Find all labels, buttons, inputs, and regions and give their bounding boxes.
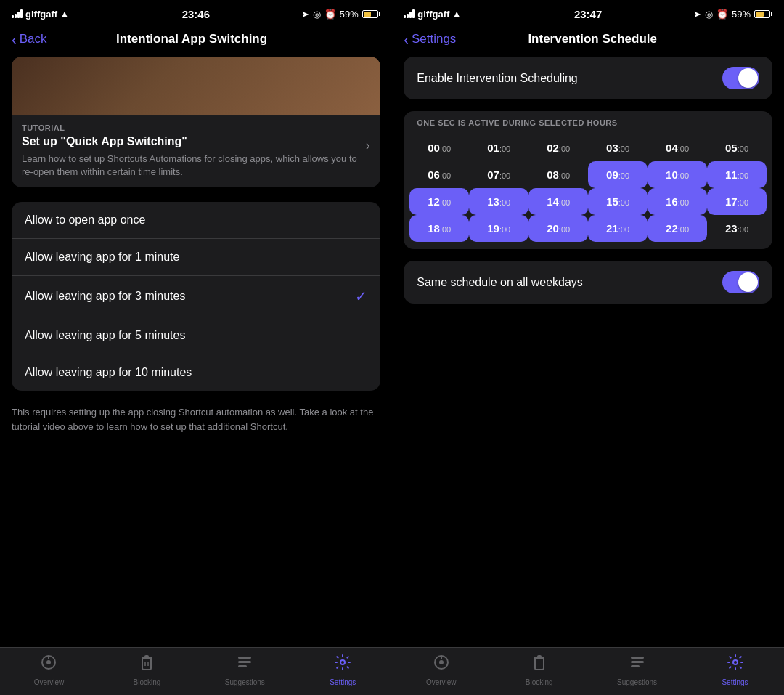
time-cell-08[interactable]: 08:00	[528, 161, 588, 188]
svg-rect-13	[631, 661, 644, 663]
right-tab-settings[interactable]: Settings	[686, 654, 784, 686]
right-status-left: giffgaff ▲	[404, 9, 461, 20]
enable-scheduling-row[interactable]: Enable Intervention Scheduling	[404, 57, 772, 99]
right-nav: ‹ Settings Intervention Schedule	[392, 28, 784, 51]
left-tab-settings[interactable]: Settings	[294, 654, 392, 686]
left-nav-title: Intentional App Switching	[3, 32, 380, 46]
schedule-section-label: ONE SEC IS ACTIVE DURING SELECTED HOURS	[404, 111, 772, 131]
wifi-icon: ▲	[60, 9, 69, 19]
left-tab-overview-label: Overview	[34, 678, 65, 686]
same-schedule-knob	[738, 272, 758, 292]
time-cell-22[interactable]: 22:00	[648, 215, 707, 242]
time-cell-07[interactable]: 07:00	[469, 161, 528, 188]
right-tab-blocking[interactable]: Blocking	[490, 654, 588, 686]
right-settings-icon-active	[727, 654, 744, 675]
overview-icon	[40, 654, 57, 675]
option-checkmark-2: ✓	[355, 288, 367, 305]
right-screen: giffgaff ▲ 23:47 ➤ ◎ ⏰ 59% ‹ Settings In…	[392, 0, 784, 695]
left-status-bar: giffgaff ▲ 23:46 ➤ ◎ ⏰ 59%	[0, 0, 392, 28]
time-cell-17[interactable]: 17:00	[707, 188, 767, 215]
tutorial-banner[interactable]: TUTORIAL Set up "Quick App Switching" Le…	[12, 57, 380, 187]
time-cell-10[interactable]: 10:00	[648, 161, 707, 188]
right-battery-label: 59%	[732, 9, 751, 20]
right-tab-suggestions[interactable]: Suggestions	[588, 654, 686, 686]
time-cell-04[interactable]: 04:00	[648, 134, 707, 161]
time-cell-14[interactable]: 14:00	[528, 188, 588, 215]
suggestions-icon	[236, 654, 253, 675]
time-cell-11[interactable]: 11:00	[707, 161, 767, 188]
options-list: Allow to open app onceAllow leaving app …	[12, 202, 380, 391]
time-cell-09[interactable]: 09:00	[588, 161, 648, 188]
time-grid: 00:0001:0002:0003:0004:0005:0006:0007:00…	[404, 131, 772, 249]
right-back-label: Settings	[412, 32, 456, 46]
left-tab-suggestions[interactable]: Suggestions	[196, 654, 294, 686]
tutorial-section-label: TUTORIAL	[22, 123, 359, 132]
left-tab-overview[interactable]: Overview	[0, 654, 98, 686]
same-schedule-label: Same schedule on all weekdays	[417, 276, 583, 289]
right-tab-suggestions-label: Suggestions	[617, 678, 657, 686]
svg-rect-14	[631, 665, 640, 667]
right-overview-icon	[433, 654, 450, 675]
battery-icon	[362, 10, 380, 18]
right-status-bar: giffgaff ▲ 23:47 ➤ ◎ ⏰ 59%	[392, 0, 784, 28]
toggle-knob	[738, 68, 758, 88]
right-tab-overview[interactable]: Overview	[392, 654, 490, 686]
tutorial-description: Learn how to set up Shortcuts Automation…	[22, 153, 359, 179]
enable-scheduling-toggle[interactable]	[722, 67, 759, 89]
option-item-2[interactable]: Allow leaving app for 3 minutes✓	[12, 276, 380, 317]
time-cell-06[interactable]: 06:00	[409, 161, 469, 188]
tutorial-text: TUTORIAL Set up "Quick App Switching" Le…	[22, 123, 359, 179]
time-cell-15[interactable]: 15:00	[588, 188, 648, 215]
svg-point-8	[340, 660, 345, 664]
time-cell-23[interactable]: 23:00	[707, 215, 767, 242]
tutorial-arrow-icon: ›	[366, 138, 370, 153]
option-item-4[interactable]: Allow leaving app for 10 minutes	[12, 354, 380, 391]
right-suggestions-icon	[629, 654, 646, 675]
left-time: 23:46	[182, 8, 210, 20]
right-blocking-icon	[531, 654, 548, 675]
same-schedule-row[interactable]: Same schedule on all weekdays	[404, 261, 772, 304]
time-cell-05[interactable]: 05:00	[707, 134, 767, 161]
left-tab-suggestions-label: Suggestions	[225, 678, 265, 686]
time-cell-02[interactable]: 02:00	[528, 134, 588, 161]
left-tab-settings-label: Settings	[330, 678, 356, 686]
time-cell-00[interactable]: 00:00	[409, 134, 469, 161]
settings-icon-active	[334, 654, 351, 675]
tutorial-image	[12, 57, 380, 115]
right-alarm-icon: ⏰	[716, 9, 728, 20]
time-cell-19[interactable]: 19:00	[469, 215, 528, 242]
left-battery-label: 59%	[340, 9, 359, 20]
left-tab-blocking[interactable]: Blocking	[98, 654, 196, 686]
left-status-left: giffgaff ▲	[12, 9, 69, 20]
option-label-4: Allow leaving app for 10 minutes	[25, 366, 192, 379]
option-item-0[interactable]: Allow to open app once	[12, 202, 380, 239]
right-nav-title: Intervention Schedule	[456, 32, 729, 46]
same-schedule-toggle[interactable]	[722, 271, 759, 293]
time-cell-20[interactable]: 20:00	[528, 215, 588, 242]
right-signal-icon	[404, 9, 415, 18]
right-location-icon: ➤	[693, 9, 701, 20]
time-cell-01[interactable]: 01:00	[469, 134, 528, 161]
right-tab-bar: Overview Blocking Suggestions	[392, 647, 784, 695]
time-cell-16[interactable]: 16:00	[648, 188, 707, 215]
option-item-3[interactable]: Allow leaving app for 5 minutes	[12, 317, 380, 354]
tutorial-title: Set up "Quick App Switching"	[22, 135, 359, 148]
option-item-1[interactable]: Allow leaving app for 1 minute	[12, 239, 380, 276]
svg-rect-6	[238, 661, 251, 663]
left-tab-bar: Overview Blocking Suggestio	[0, 647, 392, 695]
time-cell-13[interactable]: 13:00	[469, 188, 528, 215]
alarm-icon: ⏰	[324, 9, 336, 20]
left-status-right: ➤ ◎ ⏰ 59%	[301, 9, 380, 20]
right-back-button[interactable]: ‹ Settings	[404, 32, 456, 46]
right-tab-overview-label: Overview	[426, 678, 457, 686]
helper-text: This requires setting up the app closing…	[12, 405, 380, 434]
time-cell-21[interactable]: 21:00	[588, 215, 648, 242]
same-schedule-section: Same schedule on all weekdays	[404, 261, 772, 304]
right-battery-icon	[754, 10, 772, 18]
time-cell-18[interactable]: 18:00	[409, 215, 469, 242]
left-tab-blocking-label: Blocking	[134, 678, 161, 686]
left-nav: ‹ Back Intentional App Switching	[0, 28, 392, 51]
time-cell-03[interactable]: 03:00	[588, 134, 648, 161]
time-cell-12[interactable]: 12:00	[409, 188, 469, 215]
svg-rect-12	[631, 657, 644, 659]
